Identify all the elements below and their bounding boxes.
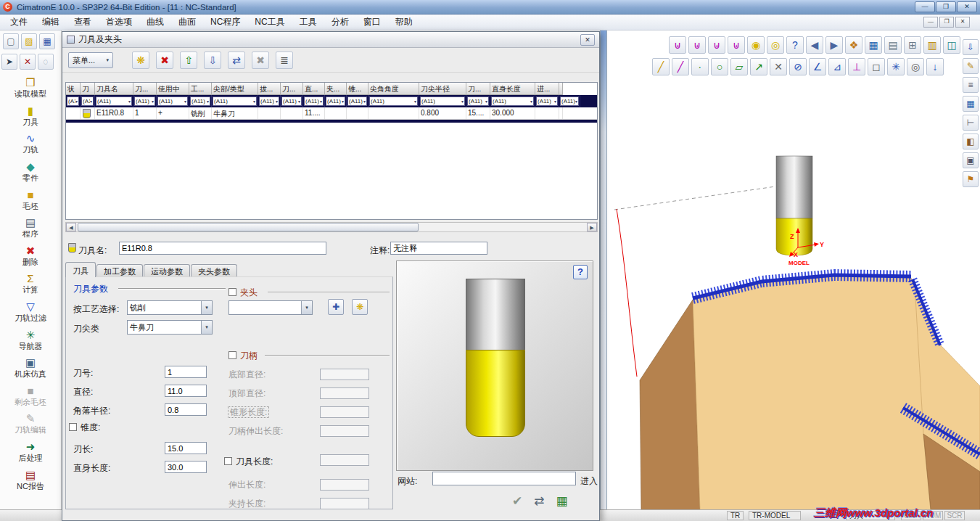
help-button[interactable]: ?: [573, 265, 588, 279]
save-file-icon[interactable]: ▦: [39, 33, 55, 49]
comment-input[interactable]: [390, 242, 487, 255]
header-cell[interactable]: 刀...: [281, 83, 303, 95]
sidebar-item[interactable]: ▤ 程序: [0, 214, 61, 242]
capture-icon[interactable]: ◫: [943, 36, 960, 54]
circle-icon[interactable]: ○: [711, 58, 728, 75]
tab[interactable]: 运动参数: [144, 264, 190, 277]
header-cell[interactable]: 直身长度: [490, 83, 535, 95]
sketch-line-icon[interactable]: ╱: [652, 58, 670, 75]
grid-view-icon[interactable]: ⊞: [904, 36, 921, 54]
sidebar-item[interactable]: Σ 计算: [0, 270, 61, 298]
model-canvas[interactable]: Z X Y MODEL: [607, 30, 980, 509]
filter-dropdown[interactable]: (A11) ▾: [467, 97, 489, 106]
new-tool-icon[interactable]: ❋: [132, 52, 149, 69]
header-cell[interactable]: 刀: [81, 83, 95, 95]
tab[interactable]: 夹头参数: [191, 264, 237, 277]
export-tool-icon[interactable]: ⇩: [204, 52, 221, 69]
layers-icon[interactable]: ≡: [963, 77, 979, 93]
header-cell[interactable]: [559, 83, 563, 95]
sidebar-item[interactable]: ➜ 后处理: [0, 438, 61, 467]
header-cell[interactable]: 刀尖半径: [419, 83, 466, 95]
header-cell[interactable]: 刀...: [466, 83, 490, 95]
header-cell[interactable]: 刀具名: [95, 83, 133, 95]
header-cell[interactable]: 状: [66, 83, 81, 95]
holder-checkbox[interactable]: [228, 288, 236, 296]
mdi-window-button[interactable]: ❐: [939, 17, 954, 28]
notes-icon[interactable]: ▥: [923, 36, 941, 54]
shank-checkbox[interactable]: [228, 351, 236, 359]
scroll-left-icon[interactable]: ◀: [66, 223, 76, 231]
menu-item[interactable]: 曲线: [147, 16, 164, 28]
filter-dropdown[interactable]: (A11) ▾: [190, 97, 210, 106]
scroll-track[interactable]: [76, 223, 587, 231]
annotate-icon[interactable]: ✎: [963, 58, 979, 74]
plane-icon[interactable]: ▱: [730, 58, 748, 75]
prev-view-icon[interactable]: ◀: [806, 36, 823, 54]
header-cell[interactable]: 夹...: [325, 83, 347, 95]
panel-splitter[interactable]: [600, 30, 607, 509]
context-help-icon[interactable]: ?: [786, 36, 804, 54]
menu-item[interactable]: 文件: [10, 16, 28, 28]
filter-dropdown[interactable]: (A11) ▾: [157, 97, 188, 106]
swap-tool-icon[interactable]: ⇄: [228, 52, 245, 69]
process-select[interactable]: 铣削 ▾: [127, 300, 213, 315]
minimize-button[interactable]: —: [915, 1, 935, 12]
sidebar-item[interactable]: ▮ 刀具: [0, 102, 61, 131]
header-cell[interactable]: 尖角角度: [368, 83, 419, 95]
header-cell[interactable]: 锥...: [347, 83, 368, 95]
header-cell[interactable]: 尖部/类型: [212, 83, 258, 95]
machine-manager-icon[interactable]: ⊎: [708, 36, 725, 54]
clamp-icon[interactable]: ⊢: [963, 115, 979, 131]
menu-item[interactable]: 工具: [300, 16, 317, 28]
filter-dropdown[interactable]: (A11) ▾: [259, 97, 279, 106]
menu-item[interactable]: 曲面: [178, 16, 196, 28]
menu-item[interactable]: 窗口: [363, 16, 381, 28]
light-on-icon[interactable]: ◉: [747, 36, 765, 54]
field-input[interactable]: [165, 403, 207, 416]
sidebar-item[interactable]: ✎ 刀轨编辑: [0, 410, 61, 438]
tool-length-checkbox[interactable]: [224, 457, 232, 465]
enter-link[interactable]: 进入: [580, 475, 598, 488]
flag-icon[interactable]: ⚑: [963, 171, 979, 187]
open-folder-icon[interactable]: ▨: [21, 33, 37, 49]
import-tool-icon[interactable]: ⇧: [180, 52, 197, 69]
filter-dropdown[interactable]: (A11) ▾: [491, 97, 534, 106]
menu-item[interactable]: NC程序: [210, 16, 240, 28]
report-table-icon[interactable]: ▦: [865, 36, 882, 54]
header-cell[interactable]: 进...: [535, 83, 559, 95]
filter-dropdown[interactable]: (A11) ▾: [281, 97, 302, 106]
sidebar-item[interactable]: ■ 毛坯: [0, 186, 61, 214]
filter-dropdown[interactable]: (A11) ▾: [560, 97, 579, 106]
tab[interactable]: 加工参数: [96, 264, 143, 277]
filter-dropdown[interactable]: (A11) ▾: [134, 97, 155, 106]
maximize-button[interactable]: ❐: [936, 1, 956, 12]
menu-item[interactable]: 首选项: [106, 16, 132, 28]
header-cell[interactable]: 刀...: [133, 83, 157, 95]
point-icon[interactable]: ∙: [691, 58, 709, 75]
header-cell[interactable]: 拔...: [258, 83, 281, 95]
calculator-icon[interactable]: ▦: [556, 493, 568, 509]
snap-icon[interactable]: ◎: [907, 58, 924, 75]
sidebar-item[interactable]: ❒ 读取模型: [0, 74, 61, 102]
menu-item[interactable]: NC工具: [255, 16, 284, 28]
tool-name-input[interactable]: [119, 242, 326, 255]
scroll-right-icon[interactable]: ▶: [587, 223, 597, 231]
normal-icon[interactable]: ⊥: [848, 58, 865, 75]
delete-select-icon[interactable]: ✕: [20, 54, 36, 70]
filter-dropdown[interactable]: (A11) ▾: [304, 97, 324, 106]
filter-dropdown[interactable]: (A11) ▾: [347, 97, 367, 106]
field-input[interactable]: [165, 442, 207, 454]
filter-disabled-icon[interactable]: ✖: [252, 52, 269, 69]
filter-dropdown[interactable]: (A11) ▾: [326, 97, 345, 106]
filter-dropdown[interactable]: (A11) ▾: [420, 97, 465, 106]
simulate-icon[interactable]: ▣: [963, 152, 979, 168]
dialog-close-button[interactable]: ✕: [580, 34, 595, 46]
filter-dropdown[interactable]: (A11) ▾: [536, 97, 558, 106]
shade-icon[interactable]: ◧: [963, 134, 979, 149]
dialog-menu-button[interactable]: 菜单... ▾: [68, 52, 113, 68]
filter-dropdown[interactable]: (A11) ▾: [67, 97, 79, 106]
trim-icon[interactable]: ⊘: [789, 58, 807, 75]
taper-checkbox[interactable]: [69, 423, 77, 431]
measure-angle-icon[interactable]: ∠: [809, 58, 826, 75]
new-file-icon[interactable]: ▢: [3, 33, 19, 49]
